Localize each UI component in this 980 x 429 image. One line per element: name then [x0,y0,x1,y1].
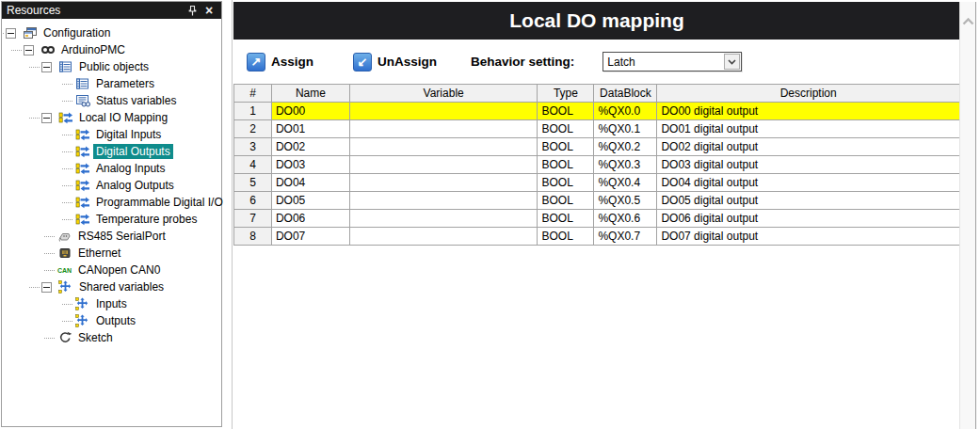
expand-toggle[interactable] [41,113,52,123]
table-row[interactable]: 1DO00BOOL%QX0.0DO00 digital output [234,103,960,120]
assign-button-label: Assign [271,55,313,69]
cell-datablock[interactable]: %QX0.3 [594,156,657,174]
cell-variable[interactable] [349,138,538,156]
cell-type[interactable]: BOOL [538,156,594,174]
pin-icon[interactable] [185,3,200,18]
cell-name[interactable]: DO03 [271,156,349,174]
expand-toggle[interactable] [41,62,52,72]
cell-name[interactable]: DO05 [271,192,349,210]
column-header-: # [234,85,272,103]
table-row[interactable]: 4DO03BOOL%QX0.3DO03 digital output [234,156,960,174]
cell-[interactable]: 7 [234,210,272,228]
tree-item-inputs[interactable]: Inputs [2,295,221,312]
cell-variable[interactable] [349,174,538,192]
tree-item-outputs[interactable]: Outputs [2,312,221,329]
cell-[interactable]: 6 [234,192,272,210]
tree-item-public-objects[interactable]: Public objects [2,58,221,75]
tree-item-label: Outputs [93,313,138,328]
tree-item-digital-outputs[interactable]: Digital Outputs [2,143,221,160]
tree-item-shared-variables[interactable]: Shared variables [2,278,221,295]
tree-item-temperature-probes[interactable]: Temperature probes [2,211,221,228]
tree-item-ethernet[interactable]: Ethernet [2,245,221,262]
cell-type[interactable]: BOOL [538,228,594,246]
expand-toggle[interactable] [41,282,52,293]
cell-type[interactable]: BOOL [538,210,594,228]
cell-datablock[interactable]: %QX0.7 [594,228,657,246]
table-row[interactable]: 6DO05BOOL%QX0.5DO05 digital output [234,192,960,210]
tree-item-parameters[interactable]: Parameters [2,75,221,92]
expand-toggle[interactable] [6,28,16,39]
tree-item-sketch[interactable]: Sketch [2,329,221,346]
tree-item-analog-inputs[interactable]: Analog Inputs [2,160,221,177]
cell-datablock[interactable]: %QX0.6 [594,210,657,228]
cell-description[interactable]: DO02 digital output [657,138,960,156]
cell-name[interactable]: DO00 [271,103,349,120]
ethernet-port-icon [56,246,72,260]
cell-variable[interactable] [349,210,538,228]
tree-item-local-io-mapping[interactable]: Local IO Mapping [2,109,221,126]
cell-datablock[interactable]: %QX0.1 [594,120,657,138]
cell-datablock[interactable]: %QX0.5 [594,192,657,210]
cell-name[interactable]: DO02 [271,138,349,156]
tree-item-label: RS485 SerialPort [75,229,169,244]
cell-name[interactable]: DO01 [271,120,349,138]
cell-description[interactable]: DO03 digital output [657,156,960,174]
assign-button[interactable]: ↗ Assign [247,53,313,72]
cell-[interactable]: 3 [234,138,272,156]
cell-type[interactable]: BOOL [538,192,594,210]
cell-type[interactable]: BOOL [538,103,594,120]
tree-item-arduinopmc[interactable]: ArduinoPMC [2,41,221,58]
tree-item-programmable-digital-i-o[interactable]: Programmable Digital I/O [2,194,221,211]
unassign-button[interactable]: ↙ UnAssign [353,53,437,72]
toolbar: ↗ Assign ↙ UnAssign Behavior setting: La… [233,40,960,84]
cell-description[interactable]: DO01 digital output [657,120,960,138]
cell-description[interactable]: DO05 digital output [657,192,960,210]
chevron-up-icon[interactable] [962,15,974,28]
tree-item-canopen-can0[interactable]: CANCANopen CAN0 [2,262,221,278]
io-mapping-icon [74,162,90,175]
cell-datablock[interactable]: %QX0.2 [594,138,657,156]
cell-[interactable]: 5 [234,174,272,192]
table-row[interactable]: 7DO06BOOL%QX0.6DO06 digital output [234,210,960,228]
window-icon [22,26,38,40]
cell-variable[interactable] [349,103,538,120]
tree-item-status-variables[interactable]: Status variables [2,92,221,109]
cell-[interactable]: 2 [234,120,272,138]
cell-[interactable]: 4 [234,156,272,174]
table-row[interactable]: 5DO04BOOL%QX0.4DO04 digital output [234,174,960,192]
table-row[interactable]: 2DO01BOOL%QX0.1DO01 digital output [234,120,960,138]
resources-panel-header[interactable]: Resources × [2,2,221,19]
tree-item-digital-inputs[interactable]: Digital Inputs [2,126,221,143]
table-row[interactable]: 3DO02BOOL%QX0.2DO02 digital output [234,138,960,156]
tree-item-analog-outputs[interactable]: Analog Outputs [2,177,221,194]
cell-[interactable]: 8 [234,228,272,246]
cell-datablock[interactable]: %QX0.0 [594,103,657,120]
cell-type[interactable]: BOOL [538,120,594,138]
cell-name[interactable]: DO06 [271,210,349,228]
cell-variable[interactable] [349,192,538,210]
cell-[interactable]: 1 [234,103,272,120]
tree-item-rs485-serialport[interactable]: RS485 SerialPort [2,228,221,245]
close-icon[interactable]: × [201,3,217,18]
cell-variable[interactable] [349,156,538,174]
vertical-scrollbar[interactable] [959,2,976,429]
cell-description[interactable]: DO07 digital output [657,228,960,246]
io-mapping-icon [74,128,90,141]
cell-datablock[interactable]: %QX0.4 [594,174,657,192]
cell-type[interactable]: BOOL [538,138,594,156]
chevron-down-icon[interactable] [724,54,740,70]
expand-toggle[interactable] [24,45,34,56]
behavior-setting-select[interactable]: Latch [602,52,742,72]
tree-item-configuration[interactable]: Configuration [2,24,221,41]
cell-description[interactable]: DO00 digital output [657,103,960,120]
io-mapping-icon [74,196,90,209]
cell-name[interactable]: DO04 [271,174,349,192]
shared-variables-icon [74,297,90,310]
cell-name[interactable]: DO07 [271,228,349,246]
cell-variable[interactable] [349,120,538,138]
cell-variable[interactable] [349,228,538,246]
cell-type[interactable]: BOOL [538,174,594,192]
table-row[interactable]: 8DO07BOOL%QX0.7DO07 digital output [234,228,960,246]
cell-description[interactable]: DO06 digital output [657,210,960,228]
cell-description[interactable]: DO04 digital output [657,174,960,192]
